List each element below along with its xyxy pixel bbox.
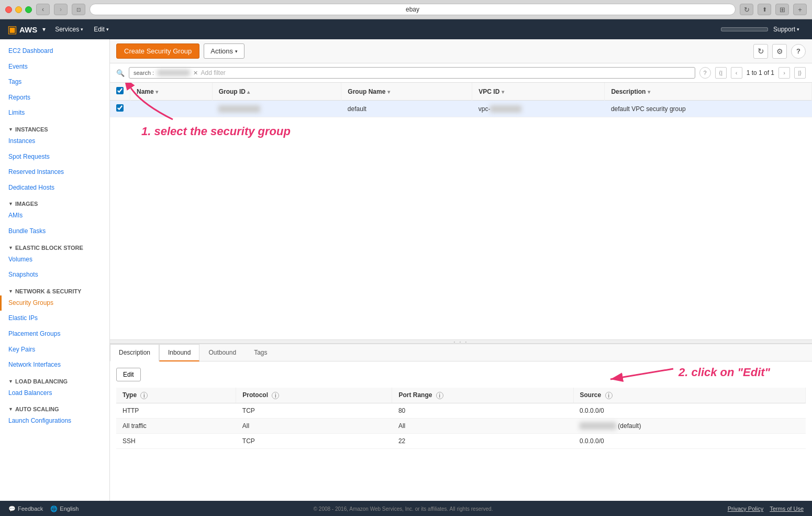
tl-green[interactable] xyxy=(25,6,32,13)
window-restore[interactable]: ⊡ xyxy=(72,4,85,15)
tab-inbound[interactable]: Inbound xyxy=(159,344,199,361)
col-group-id-header[interactable]: Group ID ▴ xyxy=(212,83,341,101)
search-tag-close-icon[interactable]: ✕ xyxy=(193,70,198,76)
sidebar-item-launch-configurations[interactable]: Launch Configurations xyxy=(0,413,109,429)
sidebar-item-limits[interactable]: Limits xyxy=(0,105,109,121)
rule-source-all: 0.0.0.0/0 xyxy=(573,403,805,418)
sidebar-item-volumes[interactable]: Volumes xyxy=(0,252,109,268)
add-filter-text[interactable]: Add filter xyxy=(201,69,226,76)
group-id-sort-icon: ▴ xyxy=(247,89,250,95)
aws-menu-aws[interactable]: ▾ xyxy=(38,23,50,36)
col-description-header[interactable]: Description ▾ xyxy=(605,83,812,101)
actions-button[interactable]: Actions ▾ xyxy=(204,43,244,59)
address-bar[interactable]: ebay xyxy=(90,4,736,15)
sidebar-item-reports[interactable]: Reports xyxy=(0,90,109,106)
table-row[interactable]: sg-xxxxxxxx default vpc-xxxxxxxx default… xyxy=(110,101,812,117)
sidebar-item-snapshots[interactable]: Snapshots xyxy=(0,267,109,283)
col-group-name-header[interactable]: Group Name ▾ xyxy=(341,83,472,101)
sidebar-item-key-pairs[interactable]: Key Pairs xyxy=(0,342,109,358)
rule-protocol-tcp2: TCP xyxy=(236,433,392,448)
row-checkbox[interactable] xyxy=(116,104,124,112)
sidebar-item-tags[interactable]: Tags xyxy=(0,74,109,90)
tab-outbound[interactable]: Outbound xyxy=(199,344,245,361)
resize-handle[interactable]: • • • xyxy=(110,339,812,344)
edit-inbound-button[interactable]: Edit xyxy=(116,368,141,381)
type-info-icon[interactable]: i xyxy=(140,392,148,399)
section-autoscaling: ▼ AUTO SCALING xyxy=(0,403,109,413)
sidebar-item-elastic-ips[interactable]: Elastic IPs xyxy=(0,311,109,326)
search-input-wrap[interactable]: search : ████████ ✕ Add filter xyxy=(129,67,695,79)
search-bar: 🔍 search : ████████ ✕ Add filter ? ⟨| ‹ … xyxy=(110,63,812,83)
create-security-group-button[interactable]: Create Security Group xyxy=(116,43,199,59)
col-name-header[interactable]: Name ▾ xyxy=(130,83,213,101)
inbound-rules-table: Type i Protocol i Port Range i xyxy=(116,388,806,449)
actions-arrow-icon: ▾ xyxy=(235,49,238,54)
privacy-policy-link[interactable]: Privacy Policy xyxy=(728,506,763,512)
row-checkbox-cell xyxy=(110,101,130,117)
settings-icon-btn[interactable]: ⚙ xyxy=(772,44,787,59)
sidebar-item-events[interactable]: Events xyxy=(0,59,109,75)
sidebar-item-placement-groups[interactable]: Placement Groups xyxy=(0,326,109,342)
tl-yellow[interactable] xyxy=(15,6,22,13)
account-search[interactable] xyxy=(721,27,768,31)
section-autoscaling-collapse-icon[interactable]: ▼ xyxy=(8,407,13,412)
sidebar-item-bundle-tasks[interactable]: Bundle Tasks xyxy=(0,224,109,239)
pagination-prev-btn[interactable]: ‹ xyxy=(731,67,742,79)
add-tab-button[interactable]: ⊞ xyxy=(775,4,789,15)
section-images-collapse-icon[interactable]: ▼ xyxy=(8,201,13,206)
share-button[interactable]: ⬆ xyxy=(758,4,771,15)
tl-red[interactable] xyxy=(5,6,12,13)
rule-port-all: All xyxy=(392,418,573,433)
step2-arrow-svg xyxy=(600,358,684,390)
edit-menu[interactable]: Edit ▾ xyxy=(88,23,114,36)
sidebar-item-ec2-dashboard[interactable]: EC2 Dashboard xyxy=(0,43,109,59)
protocol-info-icon[interactable]: i xyxy=(272,392,279,399)
rule-type-http: HTTP xyxy=(116,403,236,418)
reload-button[interactable]: ↻ xyxy=(740,4,753,15)
sidebar-item-instances[interactable]: Instances xyxy=(0,134,109,149)
terms-of-use-link[interactable]: Terms of Use xyxy=(770,506,804,512)
step2-text: 2. click on "Edit" xyxy=(678,366,770,379)
tab-tags[interactable]: Tags xyxy=(245,344,276,361)
nav-forward[interactable]: › xyxy=(54,4,68,15)
section-network-collapse-icon[interactable]: ▼ xyxy=(8,289,13,294)
rule-row: All traffic All All sg-xxxxx (default) xyxy=(116,418,806,433)
nav-back[interactable]: ‹ xyxy=(36,4,50,15)
sidebar-item-load-balancers[interactable]: Load Balancers xyxy=(0,386,109,401)
sidebar-item-reserved-instances[interactable]: Reserved Instances xyxy=(0,164,109,180)
table-container: Name ▾ Group ID ▴ Group Name ▾ VPC ID ▾ xyxy=(110,83,812,339)
port-range-info-icon[interactable]: i xyxy=(436,392,443,399)
refresh-icon-btn[interactable]: ↻ xyxy=(753,44,768,59)
rule-protocol-all: All xyxy=(236,418,392,433)
col-vpc-id-header[interactable]: VPC ID ▾ xyxy=(472,83,605,101)
source-info-icon[interactable]: i xyxy=(605,392,613,399)
select-all-checkbox[interactable] xyxy=(116,87,124,94)
section-collapse-icon[interactable]: ▼ xyxy=(8,127,13,132)
feedback-button[interactable]: 💬 Feedback xyxy=(8,506,43,512)
section-lb-collapse-icon[interactable]: ▼ xyxy=(8,379,13,384)
search-help-btn[interactable]: ? xyxy=(699,67,711,79)
feedback-label: Feedback xyxy=(18,506,43,512)
pagination-first-btn[interactable]: ⟨| xyxy=(715,67,727,79)
row-group-id-cell: sg-xxxxxxxx xyxy=(212,101,341,117)
tab-description[interactable]: Description xyxy=(110,344,159,361)
support-label: Support xyxy=(773,26,795,33)
new-tab-button[interactable]: + xyxy=(793,4,807,15)
sidebar-item-network-interfaces[interactable]: Network Interfaces xyxy=(0,357,109,373)
sidebar-item-dedicated-hosts[interactable]: Dedicated Hosts xyxy=(0,180,109,196)
support-menu[interactable]: Support ▾ xyxy=(768,23,805,36)
sidebar-item-security-groups[interactable]: Security Groups xyxy=(0,295,109,311)
pagination-last-btn[interactable]: |⟩ xyxy=(794,67,806,79)
pagination-next-btn[interactable]: › xyxy=(778,67,790,79)
section-ebs-collapse-icon[interactable]: ▼ xyxy=(8,245,13,250)
actions-label: Actions xyxy=(210,47,233,55)
help-icon-btn[interactable]: ? xyxy=(791,44,806,59)
section-ebs: ▼ ELASTIC BLOCK STORE xyxy=(0,241,109,252)
sidebar-item-amis[interactable]: AMIs xyxy=(0,208,109,224)
sidebar-item-spot-requests[interactable]: Spot Requests xyxy=(0,149,109,165)
group-name-sort-icon: ▾ xyxy=(387,89,390,95)
language-button[interactable]: 🌐 English xyxy=(50,506,79,512)
rule-row: SSH TCP 22 0.0.0.0/0 xyxy=(116,433,806,448)
services-menu[interactable]: Services ▾ xyxy=(50,23,88,36)
section-lb: ▼ LOAD BALANCING xyxy=(0,375,109,386)
